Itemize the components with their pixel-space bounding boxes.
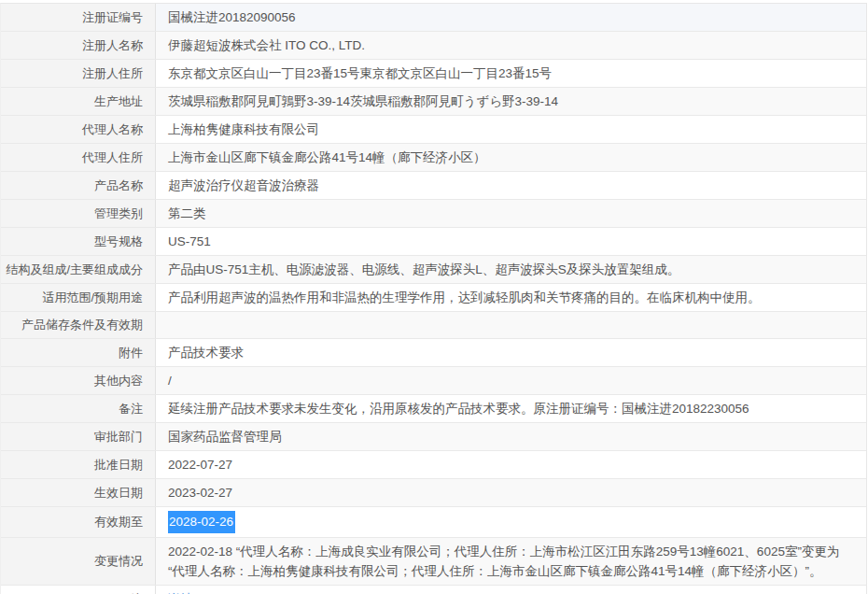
- row-label: 结构及组成/主要组成成分: [1, 256, 156, 283]
- row-value: 伊藤超短波株式会社 ITO CO., LTD.: [156, 32, 866, 59]
- table-row: 备注 延续注册产品技术要求未发生变化，沿用原核发的产品技术要求。原注册证编号：国…: [1, 395, 866, 423]
- row-value: 国械注进20182090056: [156, 4, 866, 31]
- table-row: 其他内容 /: [1, 367, 866, 395]
- row-label: 代理人住所: [1, 144, 156, 171]
- row-label: 适用范围/预期用途: [1, 284, 156, 311]
- selected-date-highlight: 2028-02-26: [168, 511, 235, 533]
- row-label: 管理类别: [1, 200, 156, 227]
- table-row-note: 注 详情: [1, 586, 866, 594]
- table-row: 型号规格 US-751: [1, 228, 866, 256]
- table-row: 适用范围/预期用途 产品利用超声波的温热作用和非温热的生理学作用，达到减轻肌肉和…: [1, 284, 866, 312]
- table-row: 产品储存条件及有效期: [1, 312, 866, 339]
- row-value: 国家药品监督管理局: [156, 423, 866, 450]
- row-label: 有效期至: [1, 507, 156, 537]
- row-value: 第二类: [156, 200, 866, 227]
- row-label: 附件: [1, 339, 156, 366]
- row-value: 延续注册产品技术要求未发生变化，沿用原核发的产品技术要求。原注册证编号：国械注进…: [156, 395, 866, 422]
- detail-link[interactable]: 详情: [168, 589, 193, 594]
- table-row: 注册人住所 东京都文京区白山一丁目23番15号東京都文京区白山一丁目23番15号: [1, 60, 866, 88]
- row-value: 上海柏隽健康科技有限公司: [156, 116, 866, 143]
- note-label: 注: [131, 591, 143, 594]
- row-label: 注册人住所: [1, 60, 156, 87]
- row-value: 2022-07-27: [156, 451, 866, 478]
- row-value: /: [156, 367, 866, 394]
- table-row: 附件 产品技术要求: [1, 339, 866, 367]
- table-row: 产品名称 超声波治疗仪超音波治療器: [1, 172, 866, 200]
- row-label: 变更情况: [1, 538, 156, 585]
- table-row: 代理人名称 上海柏隽健康科技有限公司: [1, 116, 866, 144]
- table-row: 批准日期 2022-07-27: [1, 451, 866, 479]
- row-label: 注册人名称: [1, 32, 156, 59]
- registration-info-table: 注册证编号 国械注进20182090056 注册人名称 伊藤超短波株式会社 IT…: [0, 3, 867, 594]
- row-value: 上海市金山区廊下镇金廊公路41号14幢（廊下经济小区）: [156, 144, 866, 171]
- row-value: 东京都文京区白山一丁目23番15号東京都文京区白山一丁目23番15号: [156, 60, 866, 87]
- table-row: 结构及组成/主要组成成分 产品由US-751主机、电源滤波器、电源线、超声波探头…: [1, 256, 866, 284]
- row-label: 生产地址: [1, 88, 156, 115]
- table-row: 生效日期 2023-02-27: [1, 479, 866, 507]
- row-value: 详情: [156, 586, 866, 594]
- table-row: 管理类别 第二类: [1, 200, 866, 228]
- row-label: 型号规格: [1, 228, 156, 255]
- row-label: 代理人名称: [1, 116, 156, 143]
- row-value: 茨城県稲敷郡阿見町鶉野3-39-14茨城県稲敷郡阿見町うずら野3-39-14: [156, 88, 866, 115]
- table-row: 生产地址 茨城県稲敷郡阿見町鶉野3-39-14茨城県稲敷郡阿見町うずら野3-39…: [1, 88, 866, 116]
- row-label: 注: [1, 586, 156, 594]
- row-value: 2022-02-18 “代理人名称：上海成良实业有限公司；代理人住所：上海市松江…: [156, 538, 866, 585]
- table-row: 代理人住所 上海市金山区廊下镇金廊公路41号14幢（廊下经济小区）: [1, 144, 866, 172]
- row-label: 其他内容: [1, 367, 156, 394]
- row-value: [156, 312, 866, 338]
- table-row: 审批部门 国家药品监督管理局: [1, 423, 866, 451]
- row-value: 产品由US-751主机、电源滤波器、电源线、超声波探头L、超声波探头S及探头放置…: [156, 256, 866, 283]
- row-value: 2023-02-27: [156, 479, 866, 506]
- table-row: 有效期至 2028-02-26: [1, 507, 866, 538]
- row-value: 产品利用超声波的温热作用和非温热的生理学作用，达到减轻肌肉和关节疼痛的目的。在临…: [156, 284, 866, 311]
- row-label: 产品储存条件及有效期: [1, 312, 156, 338]
- row-value: US-751: [156, 228, 866, 255]
- table-row: 变更情况 2022-02-18 “代理人名称：上海成良实业有限公司；代理人住所：…: [1, 538, 866, 586]
- row-value: 2028-02-26: [156, 507, 866, 537]
- row-value: 产品技术要求: [156, 339, 866, 366]
- table-row: 注册人名称 伊藤超短波株式会社 ITO CO., LTD.: [1, 32, 866, 60]
- row-label: 注册证编号: [1, 4, 156, 31]
- row-value: 超声波治疗仪超音波治療器: [156, 172, 866, 199]
- table-row: 注册证编号 国械注进20182090056: [1, 4, 866, 32]
- row-label: 批准日期: [1, 451, 156, 478]
- row-label: 产品名称: [1, 172, 156, 199]
- row-label: 备注: [1, 395, 156, 422]
- row-label: 生效日期: [1, 479, 156, 506]
- row-label: 审批部门: [1, 423, 156, 450]
